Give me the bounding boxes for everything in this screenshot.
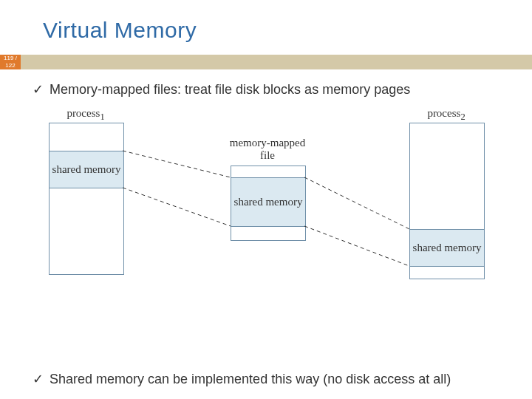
bullet-2: ✓Shared memory can be implemented this w… <box>33 371 520 387</box>
diagram: process1 memory-mapped file process2 sha… <box>22 107 495 351</box>
svg-line-3 <box>304 226 409 266</box>
check-icon: ✓ <box>33 372 44 386</box>
slide: Virtual Memory 119 / 122 ✓Memory-mapped … <box>0 0 532 399</box>
check-icon: ✓ <box>33 82 44 97</box>
bullet-2-text: Shared memory can be implemented this wa… <box>50 372 451 386</box>
bullet-1-text: Memory-mapped files: treat file disk blo… <box>50 82 410 97</box>
svg-line-2 <box>304 177 409 229</box>
page-number-tab: 119 / 122 <box>0 55 21 69</box>
bullet-1: ✓Memory-mapped files: treat file disk bl… <box>33 81 410 98</box>
svg-line-1 <box>123 188 231 226</box>
page-title: Virtual Memory <box>43 18 197 43</box>
mapping-lines <box>22 107 495 351</box>
svg-line-0 <box>123 151 231 177</box>
ribbon <box>0 55 532 69</box>
